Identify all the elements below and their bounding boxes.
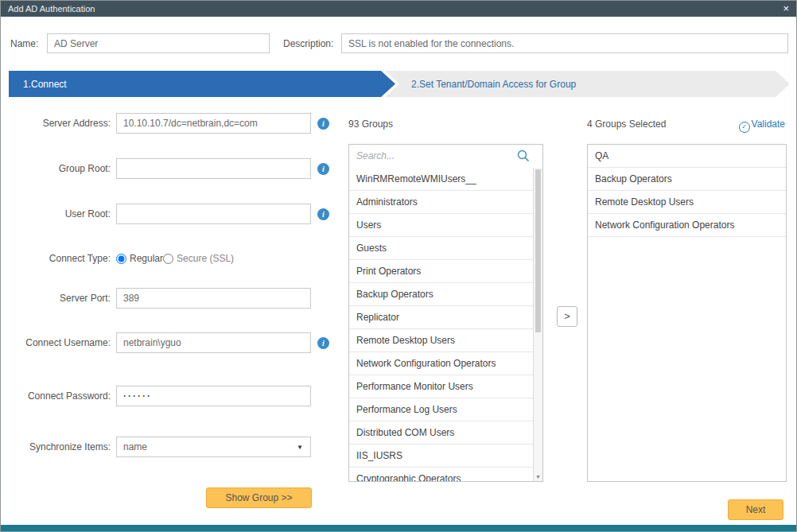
selected-group-list-item[interactable]: Remote Desktop Users	[588, 191, 786, 214]
tab-set-tenant-domain-access-label: 2.Set Tenant/Domain Access for Group	[411, 79, 576, 90]
server-port-label: Server Port:	[1, 288, 111, 309]
group-list-item[interactable]: Performance Log Users	[349, 398, 533, 421]
close-icon[interactable]: ×	[783, 1, 789, 17]
dialog-bottom-accent	[1, 525, 796, 531]
tab-connect-label: 1.Connect	[23, 79, 67, 90]
user-root-label: User Root:	[1, 204, 111, 224]
server-address-input[interactable]	[116, 113, 311, 134]
wizard-steps: 1.Connect 2.Set Tenant/Domain Access for…	[9, 71, 790, 97]
description-input[interactable]	[341, 33, 788, 53]
connect-password-input[interactable]	[116, 386, 311, 406]
connect-type-regular-radio[interactable]	[116, 254, 126, 264]
validate-check-icon: ✓	[739, 122, 750, 133]
selected-group-list-item[interactable]: Backup Operators	[588, 168, 786, 191]
groups-panel: WinRMRemoteWMIUsers__AdministratorsUsers…	[348, 144, 543, 482]
user-root-row: User Root: i	[1, 204, 343, 224]
group-list-item[interactable]: Distributed COM Users	[349, 421, 533, 445]
group-list-item[interactable]: IIS_IUSRS	[349, 445, 533, 468]
server-port-input[interactable]	[116, 288, 311, 309]
synchronize-items-select[interactable]: name ▼	[116, 437, 311, 457]
user-root-input[interactable]	[116, 204, 311, 224]
group-list-item[interactable]: Remote Desktop Users	[349, 329, 533, 352]
group-root-row: Group Root: i	[1, 158, 343, 179]
synchronize-items-label: Synchronize Items:	[1, 437, 111, 457]
group-list-item[interactable]: Network Configuration Operators	[349, 352, 533, 375]
connect-type-regular-label: Regular	[130, 253, 163, 264]
groups-count-label: 93 Groups	[348, 118, 393, 130]
selected-group-list-item[interactable]: QA	[588, 145, 786, 168]
connect-username-input[interactable]	[116, 332, 311, 353]
group-list-item[interactable]: Cryptographic Operators	[349, 468, 533, 481]
user-root-info-icon[interactable]: i	[317, 208, 329, 220]
chevron-down-icon: ▼	[297, 437, 303, 458]
synchronize-items-value: name	[123, 441, 147, 452]
name-label: Name:	[10, 34, 38, 53]
server-port-row: Server Port:	[1, 288, 343, 309]
server-address-row: Server Address: i	[1, 113, 343, 134]
tab-connect[interactable]: 1.Connect	[9, 71, 395, 97]
scroll-down-icon[interactable]: ▼	[534, 474, 542, 480]
group-list-item[interactable]: WinRMRemoteWMIUsers__	[349, 168, 533, 191]
group-list-item[interactable]: Backup Operators	[349, 283, 533, 306]
connect-password-row: Connect Password:	[1, 386, 343, 406]
dialog-title: Add AD Authentication	[8, 4, 95, 14]
group-list: WinRMRemoteWMIUsers__AdministratorsUsers…	[349, 168, 533, 481]
group-list-scrollbar[interactable]: ▼	[533, 168, 542, 481]
selected-groups-panel: QABackup OperatorsRemote Desktop UsersNe…	[587, 144, 787, 482]
group-search-row	[349, 145, 542, 169]
connect-username-row: Connect Username: i	[1, 332, 343, 353]
server-address-info-icon[interactable]: i	[317, 118, 329, 130]
group-list-item[interactable]: Performance Monitor Users	[349, 375, 533, 398]
group-root-label: Group Root:	[1, 158, 111, 179]
connect-type-row: Connect Type: RegularSecure (SSL)	[1, 248, 343, 269]
group-search-input[interactable]	[349, 145, 542, 167]
name-input[interactable]	[47, 33, 270, 53]
next-button[interactable]: Next	[728, 499, 783, 520]
connect-type-ssl-label: Secure (SSL)	[177, 253, 234, 264]
connect-password-label: Connect Password:	[1, 386, 111, 406]
search-icon[interactable]	[517, 150, 530, 162]
selected-group-list-item[interactable]: Network Configuration Operators	[588, 214, 786, 237]
group-list-item[interactable]: Users	[349, 214, 533, 237]
tab-set-tenant-domain-access[interactable]: 2.Set Tenant/Domain Access for Group	[385, 71, 790, 97]
description-label: Description:	[283, 34, 333, 53]
dialog-titlebar: Add AD Authentication ×	[1, 1, 796, 17]
connect-username-label: Connect Username:	[1, 332, 111, 353]
connect-username-info-icon[interactable]: i	[317, 337, 329, 349]
connect-type-ssl-radio[interactable]	[163, 254, 173, 264]
connect-type-label: Connect Type:	[1, 248, 111, 269]
synchronize-items-row: Synchronize Items: name ▼	[1, 437, 343, 457]
validate-label: Validate	[752, 118, 785, 130]
group-root-info-icon[interactable]: i	[317, 163, 329, 175]
validate-link[interactable]: ✓Validate	[739, 118, 785, 133]
group-list-item[interactable]: Print Operators	[349, 260, 533, 283]
group-list-item[interactable]: Replicator	[349, 306, 533, 329]
scrollbar-thumb[interactable]	[535, 169, 541, 332]
show-group-button[interactable]: Show Group >>	[206, 487, 312, 508]
server-address-label: Server Address:	[1, 113, 111, 134]
group-root-input[interactable]	[116, 158, 311, 179]
group-list-item[interactable]: Guests	[349, 237, 533, 260]
selected-group-list: QABackup OperatorsRemote Desktop UsersNe…	[588, 145, 786, 481]
add-ad-authentication-dialog: Add AD Authentication × Name: Descriptio…	[0, 0, 797, 532]
selected-groups-count-label: 4 Groups Selected	[587, 118, 666, 130]
transfer-right-button[interactable]: >	[557, 306, 577, 327]
group-list-item[interactable]: Administrators	[349, 191, 533, 214]
